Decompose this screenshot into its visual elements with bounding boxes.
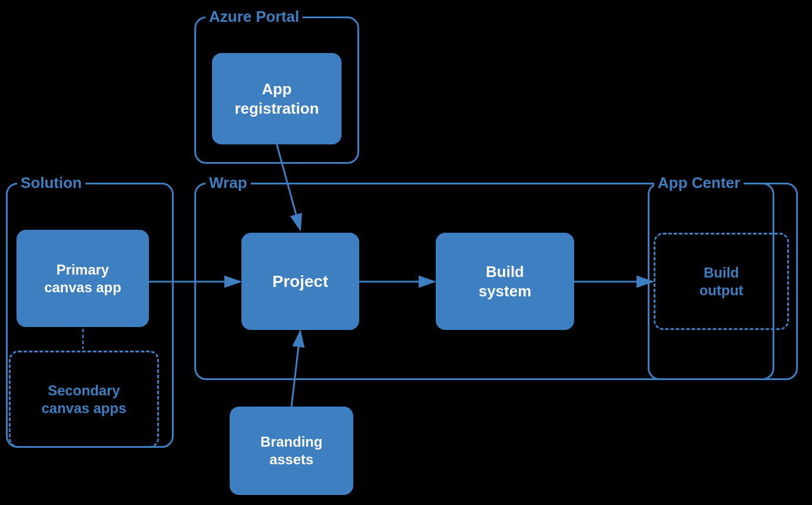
secondary-canvas-apps-box: Secondarycanvas apps: [9, 351, 159, 448]
secondary-canvas-apps-label: Secondarycanvas apps: [41, 382, 126, 417]
build-system-box: Buildsystem: [436, 233, 574, 330]
app-registration-label: Appregistration: [234, 80, 319, 118]
primary-canvas-app-label: Primarycanvas app: [44, 261, 121, 296]
wrap-label: Wrap: [206, 174, 251, 192]
build-output-box: Buildoutput: [654, 233, 789, 330]
app-registration-box: Appregistration: [212, 53, 342, 144]
solution-label: Solution: [17, 174, 85, 192]
project-label: Project: [273, 271, 329, 292]
project-box: Project: [241, 233, 359, 330]
app-center-label: App Center: [654, 174, 744, 192]
diagram-container: Azure Portal Appregistration Solution Pr…: [0, 0, 812, 505]
branding-assets-box: Brandingassets: [230, 407, 353, 495]
azure-portal-label: Azure Portal: [206, 8, 303, 26]
primary-canvas-app-box: Primarycanvas app: [16, 230, 149, 327]
build-output-label: Buildoutput: [700, 264, 744, 299]
branding-assets-label: Brandingassets: [260, 433, 322, 468]
build-system-label: Buildsystem: [479, 262, 532, 301]
